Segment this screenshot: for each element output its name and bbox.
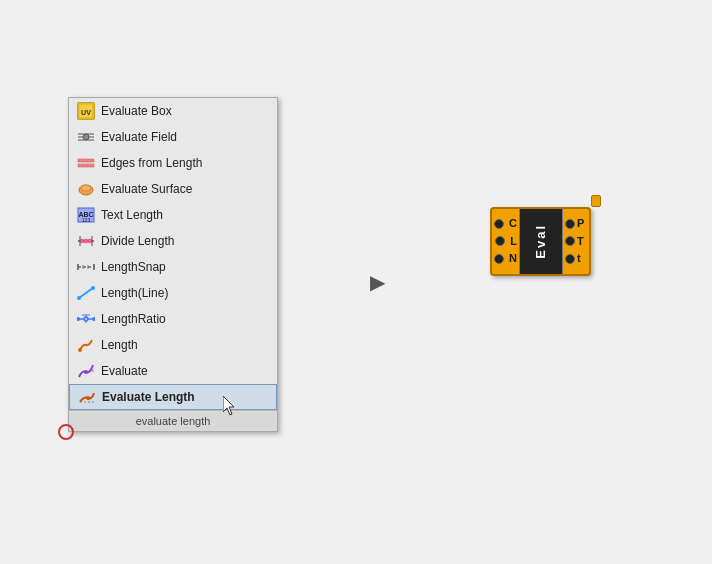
svg-point-17 <box>84 239 88 243</box>
evaluate-label: Evaluate <box>101 364 148 378</box>
port-l-label: L <box>510 233 517 251</box>
svg-text:x: x <box>91 367 94 373</box>
menu-item-evaluate-length[interactable]: Evaluate Length <box>69 384 277 410</box>
port-p-circle <box>565 219 575 229</box>
svg-text:UV: UV <box>81 109 91 117</box>
port-t-label: t <box>577 250 581 268</box>
menu-item-evaluate-field[interactable]: Evaluate Field <box>69 124 277 150</box>
menu-item-evaluate-box[interactable]: UV Evaluate Box <box>69 98 277 124</box>
edges-from-length-icon <box>77 154 95 172</box>
length-ratio-icon <box>77 310 95 328</box>
menu-item-edges-from-length[interactable]: Edges from Length <box>69 150 277 176</box>
port-l-circle <box>495 236 505 246</box>
port-n: N <box>494 250 517 268</box>
svg-point-16 <box>80 239 84 243</box>
evaluate-icon: x <box>77 362 95 380</box>
direction-arrow: ▶ <box>370 270 385 294</box>
menu-item-length-ratio[interactable]: LengthRatio <box>69 306 277 332</box>
port-c: C <box>494 215 517 233</box>
divide-length-label: Divide Length <box>101 234 174 248</box>
svg-point-27 <box>77 296 81 300</box>
node-component: C L N Eval P T t <box>490 195 591 276</box>
menu-footer: evaluate length <box>69 410 277 431</box>
evaluate-field-label: Evaluate Field <box>101 130 177 144</box>
context-menu: UV Evaluate Box Evaluate Field Edges fro… <box>68 97 278 432</box>
evaluate-box-label: Evaluate Box <box>101 104 172 118</box>
svg-point-5 <box>83 134 89 140</box>
menu-item-evaluate[interactable]: x Evaluate <box>69 358 277 384</box>
node-main-panel: Eval <box>519 209 563 274</box>
svg-point-28 <box>91 286 95 290</box>
menu-item-length[interactable]: Length <box>69 332 277 358</box>
svg-text:123: 123 <box>82 217 91 223</box>
length-ratio-label: LengthRatio <box>101 312 166 326</box>
svg-line-26 <box>79 288 93 298</box>
port-t-circle <box>565 254 575 264</box>
text-length-icon: ABC 123 <box>77 206 95 224</box>
svg-rect-6 <box>78 159 94 162</box>
evaluate-field-icon <box>77 128 95 146</box>
svg-point-31 <box>92 317 95 321</box>
svg-point-38 <box>86 396 90 400</box>
text-length-label: Text Length <box>101 208 163 222</box>
evaluate-length-active-label: Evaluate Length <box>102 390 195 404</box>
port-T: T <box>565 233 587 251</box>
lengthsnap-icon <box>77 258 95 276</box>
menu-footer-text: evaluate length <box>136 415 211 427</box>
menu-item-lengthsnap[interactable]: LengthSnap <box>69 254 277 280</box>
node-top-pin <box>591 195 601 207</box>
svg-point-36 <box>84 370 88 374</box>
port-t: t <box>565 250 584 268</box>
menu-item-text-length[interactable]: ABC 123 Text Length <box>69 202 277 228</box>
evaluate-surface-label: Evaluate Surface <box>101 182 192 196</box>
svg-point-18 <box>88 239 92 243</box>
length-line-label: Length(Line) <box>101 286 168 300</box>
length-line-icon <box>77 284 95 302</box>
node-body: C L N Eval P T t <box>490 207 591 276</box>
port-p: P <box>565 215 587 233</box>
port-l: L <box>495 233 517 251</box>
decorative-circle <box>58 424 74 440</box>
svg-point-11 <box>81 185 91 191</box>
port-p-label: P <box>577 215 584 233</box>
divide-length-icon <box>77 232 95 250</box>
evaluate-surface-icon <box>77 180 95 198</box>
edges-from-length-label: Edges from Length <box>101 156 202 170</box>
svg-point-35 <box>78 348 82 352</box>
length-label: Length <box>101 338 138 352</box>
menu-item-length-line[interactable]: Length(Line) <box>69 280 277 306</box>
port-n-circle <box>494 254 504 264</box>
menu-item-divide-length[interactable]: Divide Length <box>69 228 277 254</box>
lengthsnap-label: LengthSnap <box>101 260 166 274</box>
evaluate-box-icon: UV <box>77 102 95 120</box>
menu-item-evaluate-surface[interactable]: Evaluate Surface <box>69 176 277 202</box>
svg-point-30 <box>77 317 80 321</box>
evaluate-length-icon <box>78 388 96 406</box>
port-c-circle <box>494 219 504 229</box>
port-n-label: N <box>509 250 517 268</box>
node-main-label: Eval <box>533 224 548 259</box>
port-T-label: T <box>577 233 584 251</box>
port-c-label: C <box>509 215 517 233</box>
svg-rect-7 <box>78 164 94 167</box>
length-icon <box>77 336 95 354</box>
port-T-circle <box>565 236 575 246</box>
